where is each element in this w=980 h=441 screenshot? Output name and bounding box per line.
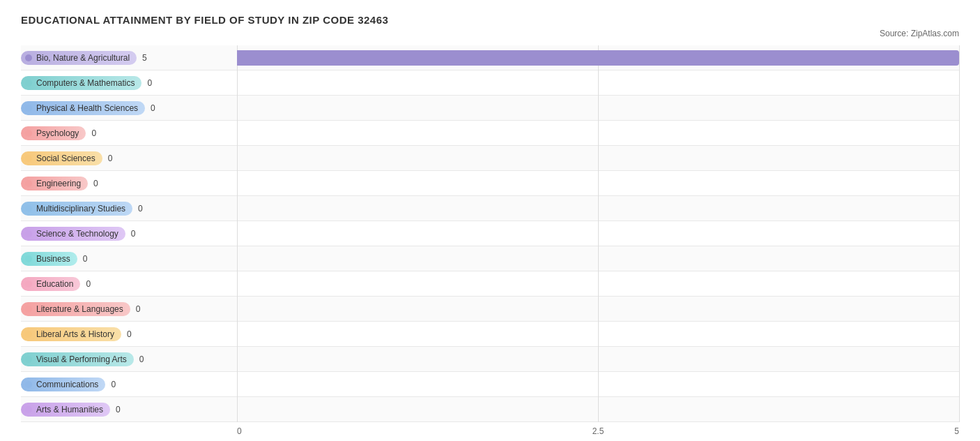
- label-container-soc: Social Sciences0: [21, 151, 237, 165]
- label-text-bio: Bio, Nature & Agricultural: [36, 53, 130, 63]
- grid-area-phys: [237, 96, 959, 121]
- grid-line: [959, 96, 960, 121]
- label-text-sci: Science & Technology: [36, 229, 118, 239]
- label-text-psych: Psychology: [36, 128, 79, 138]
- grid-area-com: [237, 372, 959, 397]
- grid-line: [237, 297, 238, 322]
- dot-bio: [25, 54, 32, 61]
- dot-sci: [25, 230, 32, 237]
- bar-pill-lib: Liberal Arts & History: [21, 327, 121, 341]
- label-container-edu: Education0: [21, 277, 237, 291]
- dot-psych: [25, 130, 32, 137]
- grid-line: [237, 397, 238, 422]
- grid-line: [598, 246, 599, 271]
- bar-value-arts: 0: [116, 405, 130, 414]
- grid-line: [237, 196, 238, 221]
- grid-line: [237, 246, 238, 271]
- bar-value-lit: 0: [136, 304, 150, 314]
- label-text-multi: Multidisciplinary Studies: [36, 204, 125, 214]
- grid-line: [598, 121, 599, 146]
- x-axis-label-0: 0: [237, 426, 477, 436]
- bar-pill-bio: Bio, Nature & Agricultural: [21, 51, 137, 65]
- bar-row-lit: Literature & Languages0: [21, 297, 959, 322]
- grid-line: [598, 297, 599, 322]
- label-container-psych: Psychology0: [21, 126, 237, 140]
- label-text-phys: Physical & Health Sciences: [36, 103, 138, 113]
- x-axis-label-2: 5: [719, 426, 959, 436]
- label-container-vis: Visual & Performing Arts0: [21, 352, 237, 366]
- bar-pill-arts: Arts & Humanities: [21, 403, 110, 417]
- grid-line: [598, 322, 599, 347]
- bar-row-phys: Physical & Health Sciences0: [21, 96, 959, 121]
- bar-pill-vis: Visual & Performing Arts: [21, 352, 134, 366]
- bar-pill-com: Communications: [21, 378, 105, 391]
- bar-pill-sci: Science & Technology: [21, 227, 125, 241]
- label-text-lib: Liberal Arts & History: [36, 329, 114, 339]
- label-text-lit: Literature & Languages: [36, 304, 123, 314]
- bar-row-lib: Liberal Arts & History0: [21, 322, 959, 347]
- grid-area-bus: [237, 246, 959, 271]
- bar-row-edu: Education0: [21, 271, 959, 297]
- grid-line: [237, 271, 238, 297]
- bar-pill-comp: Computers & Mathematics: [21, 76, 141, 90]
- grid-area-vis: [237, 347, 959, 372]
- grid-line: [959, 146, 960, 171]
- grid-line: [598, 221, 599, 246]
- grid-area-arts: [237, 397, 959, 422]
- bar-value-bus: 0: [83, 254, 97, 264]
- grid-area-lib: [237, 322, 959, 347]
- label-text-comp: Computers & Mathematics: [36, 78, 135, 88]
- label-text-bus: Business: [36, 254, 70, 264]
- grid-line: [959, 121, 960, 146]
- dot-soc: [25, 155, 32, 162]
- grid-line: [959, 347, 960, 372]
- bar-row-sci: Science & Technology0: [21, 221, 959, 246]
- dot-lib: [25, 331, 32, 338]
- grid-line: [598, 96, 599, 121]
- label-text-soc: Social Sciences: [36, 154, 95, 163]
- dot-arts: [25, 406, 32, 413]
- x-axis: 02.55: [21, 426, 959, 436]
- label-container-com: Communications0: [21, 378, 237, 391]
- bar-value-multi: 0: [138, 204, 152, 214]
- label-text-edu: Education: [36, 279, 73, 289]
- grid-area-edu: [237, 271, 959, 297]
- bar-row-psych: Psychology0: [21, 121, 959, 146]
- grid-line: [237, 70, 238, 96]
- grid-line: [959, 45, 960, 70]
- bar-pill-soc: Social Sciences: [21, 151, 102, 165]
- dot-eng: [25, 180, 32, 187]
- bar-pill-phys: Physical & Health Sciences: [21, 101, 145, 115]
- bar-row-arts: Arts & Humanities0: [21, 397, 959, 422]
- grid-line: [237, 221, 238, 246]
- bar-value-psych: 0: [91, 128, 105, 138]
- bar-row-multi: Multidisciplinary Studies0: [21, 196, 959, 221]
- x-axis-label-1: 2.5: [477, 426, 718, 436]
- label-container-eng: Engineering0: [21, 177, 237, 190]
- bar-pill-edu: Education: [21, 277, 80, 291]
- label-container-multi: Multidisciplinary Studies0: [21, 202, 237, 216]
- label-container-bus: Business0: [21, 252, 237, 266]
- bar-value-bio: 5: [142, 53, 156, 63]
- chart-container: EDUCATIONAL ATTAINMENT BY FIELD OF STUDY…: [21, 14, 959, 436]
- grid-line: [959, 246, 960, 271]
- dot-vis: [25, 356, 32, 363]
- grid-area-bio: [237, 45, 959, 70]
- grid-area-multi: [237, 196, 959, 221]
- label-container-sci: Science & Technology0: [21, 227, 237, 241]
- label-text-eng: Engineering: [36, 179, 81, 188]
- grid-line: [598, 146, 599, 171]
- grid-line: [598, 347, 599, 372]
- grid-line: [598, 397, 599, 422]
- bar-row-eng: Engineering0: [21, 171, 959, 196]
- grid-area-psych: [237, 121, 959, 146]
- dot-phys: [25, 105, 32, 112]
- grid-line: [959, 322, 960, 347]
- bar-value-lib: 0: [127, 329, 141, 339]
- grid-line: [237, 146, 238, 171]
- grid-line: [959, 221, 960, 246]
- source-line: Source: ZipAtlas.com: [21, 29, 959, 38]
- chart-area: Bio, Nature & Agricultural5Computers & M…: [21, 45, 959, 422]
- label-container-lit: Literature & Languages0: [21, 302, 237, 316]
- grid-line: [237, 372, 238, 397]
